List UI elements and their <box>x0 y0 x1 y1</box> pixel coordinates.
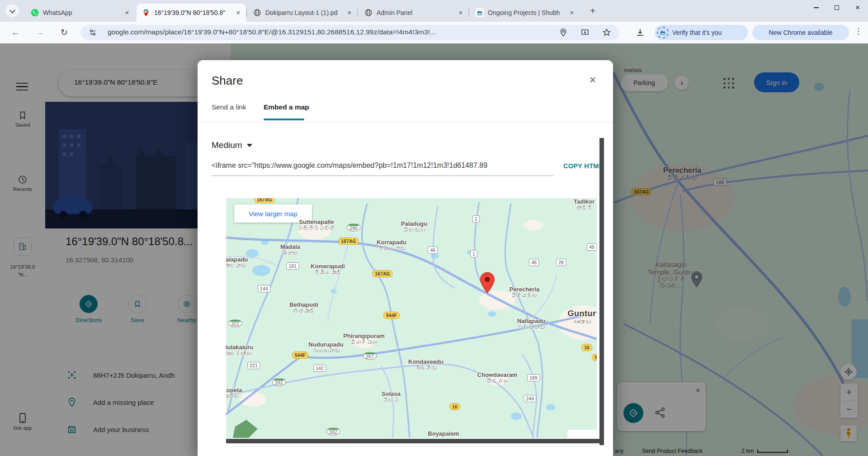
forward-button[interactable]: → <box>34 27 45 38</box>
window-minimize-button[interactable] <box>806 0 826 15</box>
route-badge: 46 <box>428 247 438 254</box>
tab-close-button[interactable]: × <box>457 9 465 17</box>
map-town-label: nmalapaduహ్మాలపాడు <box>226 256 248 269</box>
embed-code-field[interactable]: <iframe src="https://www.google.com/maps… <box>212 162 553 170</box>
route-badge: 1 <box>470 250 477 257</box>
tab-search-button[interactable] <box>5 5 19 17</box>
map-town-label: Korrapaduకొర్రపాడు <box>377 239 406 252</box>
verify-label: Verify that it's you <box>672 29 722 36</box>
tab-separator <box>358 9 358 17</box>
route-badge-yellow: 54 <box>592 354 597 361</box>
dropdown-caret-icon <box>247 144 252 147</box>
divider <box>198 122 613 123</box>
verify-profile-button[interactable]: Verify that it's you <box>655 25 748 40</box>
window-close-button[interactable]: × <box>847 0 868 15</box>
copy-html-button[interactable]: COPY HTML <box>563 162 603 170</box>
back-button[interactable]: ← <box>10 27 21 38</box>
maximize-icon <box>835 5 839 10</box>
map-town-label: Paladuguపొలడుగు <box>401 220 428 233</box>
highway-shield-badge: 332 <box>326 428 340 436</box>
dialog-vertical-scrollbar[interactable] <box>599 138 604 445</box>
browser-tab-3[interactable]: Dokiparru Layout-1 (1).pd× <box>248 4 357 22</box>
reload-button[interactable]: ↻ <box>59 27 70 38</box>
map-town-label: Mulakaluruములకలూరు <box>226 344 253 357</box>
downloads-icon[interactable] <box>635 28 644 37</box>
route-badge: 249 <box>524 395 536 402</box>
route-badge: 28 <box>556 259 566 266</box>
location-pin-icon[interactable] <box>559 28 568 37</box>
route-badge-yellow: 167AG <box>254 198 274 203</box>
browser-tab-5[interactable]: Ongoing Projects | Shubh× <box>470 4 580 22</box>
tab-close-button[interactable]: × <box>123 9 131 17</box>
install-app-icon[interactable] <box>580 28 590 37</box>
tab-separator <box>246 9 247 17</box>
tab-title: 16°19'39.0"N 80°18'50.8" <box>154 9 234 16</box>
map-town-label: Phirangipuramఫిరంగిపురం <box>343 332 385 346</box>
tab-title: WhatsApp <box>43 9 123 16</box>
map-town-label: Suttenapalleసత్తెనపల్లి <box>297 218 335 232</box>
map-town-label: Perecherlaపేరేచర్ల <box>509 286 540 299</box>
highway-shield-badge: 290 <box>347 224 360 232</box>
tab-close-button[interactable]: × <box>345 9 354 17</box>
address-bar[interactable]: google.com/maps/place/16°19'39.0"N+80°18… <box>80 25 619 40</box>
map-town-label: Komerapudiకొమెరపూడి <box>311 263 345 276</box>
route-badge-yellow: 167AG <box>372 270 392 277</box>
tab-strip: WhatsApp×16°19'39.0"N 80°18'50.8"×Dokipa… <box>0 0 868 22</box>
dialog-title: Share <box>212 74 243 88</box>
url-text[interactable]: google.com/maps/place/16°19'39.0"N+80°18… <box>108 28 578 36</box>
new-tab-button[interactable]: + <box>587 5 599 17</box>
route-badge: 142 <box>313 365 326 372</box>
route-badge-yellow: 544F <box>383 312 400 319</box>
embed-size-dropdown[interactable]: Medium <box>212 140 252 150</box>
embed-code-underline <box>212 176 553 176</box>
shubh-favicon-icon <box>476 9 484 17</box>
map-town-label: Nallapaduనల్లపాడు <box>517 318 545 331</box>
tab-separator <box>469 9 469 17</box>
map-town-label: Gunturగుంటూరు <box>568 309 596 325</box>
site-info-icon[interactable] <box>89 28 97 37</box>
whatsapp-favicon-icon <box>31 9 39 17</box>
map-town-label: Boyapalem <box>428 430 459 437</box>
browser-tab-2[interactable]: 16°19'39.0"N 80°18'50.8"× <box>137 4 246 22</box>
map-marker-pin[interactable] <box>480 272 495 294</box>
tab-title: Ongoing Projects | Shubh <box>488 9 568 16</box>
tab-title: Dokiparru Layout-1 (1).pd <box>265 9 345 16</box>
highway-shield-badge: 257 <box>363 352 377 360</box>
map-town-label: Bethapudiబేతపూడి <box>289 301 318 314</box>
window-maximize-button[interactable] <box>826 0 847 15</box>
tab-close-button[interactable]: × <box>234 9 242 17</box>
route-badge: 189 <box>527 374 540 381</box>
route-badge: 144 <box>258 285 270 292</box>
dialog-horizontal-scrollbar[interactable] <box>226 439 604 443</box>
bookmark-star-icon[interactable] <box>602 28 611 37</box>
route-badge: 48 <box>529 259 539 266</box>
dialog-close-button[interactable]: × <box>585 73 600 87</box>
tab-close-button[interactable]: × <box>568 9 576 17</box>
browser-menu-icon[interactable]: ⋮ <box>854 26 863 36</box>
globe-favicon-icon <box>364 9 373 17</box>
tab-send-a-link[interactable]: Send a link <box>212 103 246 111</box>
map-town-label: Madalaమదాల <box>280 243 300 256</box>
chrome-update-button[interactable]: New Chrome available <box>752 25 849 40</box>
route-badge-yellow: 167AG <box>338 238 359 245</box>
maps-favicon-icon <box>142 9 150 17</box>
map-town-label: Solasaసొలస <box>382 390 401 404</box>
route-badge: 1 <box>472 215 480 223</box>
browser-tab-1[interactable]: WhatsApp× <box>25 4 135 22</box>
active-tab-underline <box>264 119 304 120</box>
route-badge: 49 <box>587 243 597 251</box>
map-town-label: Tadikorతాడికొ <box>574 198 594 211</box>
chevron-down-icon <box>9 7 15 13</box>
map-town-label: Kondaveeduకొండవీడు <box>408 358 443 371</box>
tab-embed-a-map[interactable]: Embed a map <box>264 103 309 111</box>
minimize-icon <box>814 7 819 8</box>
embed-map-corner-control <box>567 430 597 438</box>
embed-map[interactable]: View larger map Suttenapalleసత్తెనపల్లిP… <box>226 198 597 438</box>
route-badge-yellow: 544F <box>292 352 308 359</box>
map-town-label: Chowdavaramచౌడవరం <box>477 371 518 385</box>
tab-title: Admin Panel <box>377 9 457 16</box>
browser-tab-4[interactable]: Admin Panel× <box>359 4 468 22</box>
profile-avatar <box>657 27 669 38</box>
map-town-label: raopetaావుపేట <box>226 387 242 400</box>
route-badge: 221 <box>247 362 260 369</box>
